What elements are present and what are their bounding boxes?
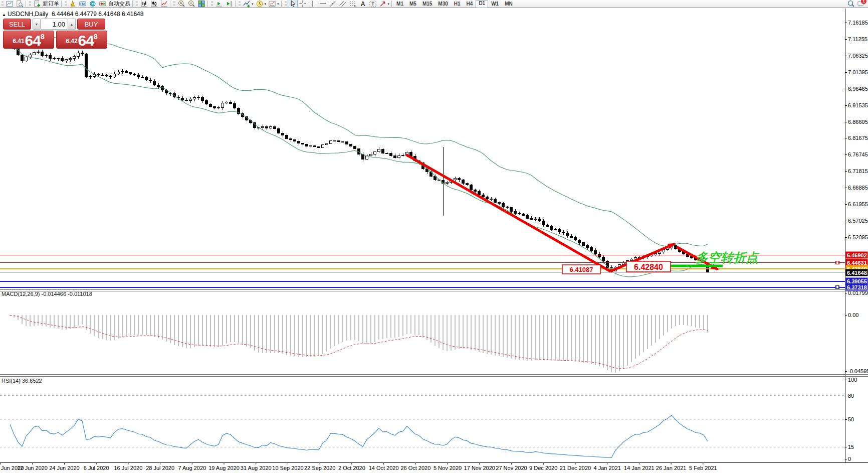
toolbar-separator bbox=[235, 1, 236, 7]
templates-button[interactable]: ▾ bbox=[267, 0, 280, 8]
date-tick-label: 26 Oct 2020 bbox=[400, 465, 430, 471]
fibo-button[interactable]: F bbox=[348, 0, 358, 8]
candles-layer bbox=[9, 44, 709, 272]
tile-windows-button[interactable] bbox=[196, 0, 206, 8]
chart-title: ▲USDCNH,Daily 6.44464 6.44779 6.41648 6.… bbox=[2, 11, 143, 18]
hline-button[interactable] bbox=[318, 0, 328, 8]
svg-text:100: 100 bbox=[848, 377, 857, 383]
crosshair-button[interactable] bbox=[298, 0, 308, 8]
sell-button[interactable]: SELL bbox=[3, 19, 31, 30]
price-chart-canvas[interactable]: 6.469026.446316.428406.416486.390556.373… bbox=[0, 9, 868, 473]
chart-symbol-period: USDCNH,Daily bbox=[8, 11, 48, 18]
date-tick-label: 22 Sep 2020 bbox=[304, 465, 335, 471]
new-order-label: 新订单 bbox=[43, 0, 59, 8]
chevron-down-icon[interactable]: ▾ bbox=[252, 2, 254, 6]
line-chart-icon bbox=[160, 0, 168, 8]
chevron-down-icon[interactable]: ▾ bbox=[265, 2, 267, 6]
toolbar-grip bbox=[239, 1, 241, 7]
notifications-button[interactable]: 1 bbox=[856, 0, 866, 8]
date-tick-label: 9 Dec 2020 bbox=[529, 465, 557, 471]
chart-profile-button[interactable] bbox=[78, 0, 88, 8]
channel-button[interactable] bbox=[338, 0, 348, 8]
svg-text:80: 80 bbox=[848, 393, 854, 399]
chevron-down-icon[interactable]: ▾ bbox=[388, 2, 390, 6]
date-tick-label: 24 Jun 2020 bbox=[49, 465, 80, 471]
cursor-button[interactable] bbox=[288, 0, 298, 8]
toolbar-separator bbox=[207, 1, 208, 7]
sell-price-display[interactable]: 6.41 64 8 bbox=[3, 31, 54, 49]
rsi-indicator-label: RSI(14) 36.6522 bbox=[2, 378, 42, 384]
autotrading-label: 自动交易 bbox=[108, 0, 130, 8]
chevron-down-icon[interactable]: ▾ bbox=[277, 2, 279, 6]
buy-button[interactable]: BUY bbox=[77, 19, 105, 30]
zoom-in-button[interactable] bbox=[176, 0, 186, 8]
main-toolbar: 新订单自动交易▾▾▾FAT▾M1M5M15M30H1H4D1W1MN1 bbox=[0, 0, 868, 8]
date-tick-label: 14 Jan 2021 bbox=[624, 465, 655, 471]
styler-button[interactable] bbox=[68, 0, 78, 8]
timeframe-w1-button[interactable]: W1 bbox=[488, 1, 502, 8]
fibo-icon: F bbox=[349, 0, 357, 8]
data-window-icon bbox=[16, 0, 24, 8]
trend-note-text[interactable]: 多空转折点 bbox=[696, 250, 760, 264]
timeframe-h4-button[interactable]: H4 bbox=[464, 1, 476, 8]
volume-increase-button[interactable]: ▲ bbox=[68, 19, 76, 30]
rsi-axis: 1008050150 bbox=[845, 377, 857, 462]
date-tick-label: 14 Oct 2020 bbox=[369, 465, 399, 471]
sell-price-point: 8 bbox=[41, 33, 45, 41]
chart-window: 6.469026.446316.428406.416486.390556.373… bbox=[0, 9, 868, 473]
timeframe-m30-button[interactable]: M30 bbox=[435, 1, 451, 8]
notification-count-badge: 1 bbox=[861, 0, 866, 4]
trend-arrow-line[interactable] bbox=[406, 154, 610, 271]
bollinger-bands bbox=[10, 36, 708, 277]
add-indicator-button[interactable]: ▾ bbox=[242, 0, 255, 8]
date-tick-label: 2 Oct 2020 bbox=[338, 465, 365, 471]
date-axis[interactable]: Jun 202012 Jun 202024 Jun 20206 Jul 2020… bbox=[1, 462, 717, 471]
vline-button[interactable] bbox=[308, 0, 318, 8]
svg-text:0: 0 bbox=[848, 456, 851, 462]
toolbar-right-icons: 1 bbox=[846, 0, 868, 8]
zoom-out-button[interactable] bbox=[186, 0, 196, 8]
trend-arrows[interactable] bbox=[406, 154, 719, 271]
new-order-button[interactable]: 新订单 bbox=[32, 0, 60, 8]
templates-icon bbox=[268, 0, 276, 8]
chart-shift-button[interactable] bbox=[224, 0, 234, 8]
data-window-button[interactable] bbox=[15, 0, 25, 8]
signals-button[interactable] bbox=[88, 0, 98, 8]
new-order-icon bbox=[33, 0, 41, 8]
bars-button[interactable] bbox=[139, 0, 149, 8]
date-tick-label: 31 Aug 2020 bbox=[241, 465, 272, 471]
rsi-line bbox=[10, 415, 708, 458]
candles-button[interactable] bbox=[149, 0, 159, 8]
line-handle[interactable] bbox=[836, 286, 839, 289]
symbol-marker-icon: ▲ bbox=[2, 13, 6, 17]
line-chart-button[interactable] bbox=[159, 0, 169, 8]
timeframe-h1-button[interactable]: H1 bbox=[451, 1, 464, 8]
volume-decrease-button[interactable]: ▼ bbox=[33, 19, 41, 30]
notifications-icon: 1 bbox=[857, 0, 865, 8]
timeframe-mn-button[interactable]: MN bbox=[502, 1, 516, 8]
line-handle[interactable] bbox=[836, 261, 839, 264]
timeframe-m5-button[interactable]: M5 bbox=[406, 1, 419, 8]
chart-window-button[interactable] bbox=[5, 0, 15, 8]
auto-scroll-button[interactable] bbox=[214, 0, 224, 8]
macd-axis: 0.0179980.00-0.045957 bbox=[845, 290, 868, 374]
trendline-button[interactable] bbox=[328, 0, 338, 8]
svg-text:6.91535: 6.91535 bbox=[848, 102, 868, 108]
date-tick-label: 12 Jun 2020 bbox=[17, 465, 48, 471]
one-click-trading-panel: SELL ▼ 1.00 ▲ BUY 6.41 64 8 6.42 64 8 bbox=[3, 19, 107, 49]
sell-price-pips: 64 bbox=[25, 34, 41, 47]
search-button[interactable] bbox=[846, 0, 856, 8]
timeframe-m15-button[interactable]: M15 bbox=[419, 1, 435, 8]
autotrading-button[interactable]: 自动交易 bbox=[98, 0, 131, 8]
text-button[interactable]: A bbox=[358, 0, 368, 8]
arrows-button[interactable]: ▾ bbox=[378, 0, 391, 8]
chart-window-icon bbox=[6, 0, 14, 8]
timeframe-d1-button[interactable]: D1 bbox=[476, 0, 488, 8]
timeframe-m1-button[interactable]: M1 bbox=[393, 1, 406, 8]
text-label-button[interactable]: T bbox=[368, 0, 378, 8]
volume-input[interactable]: 1.00 bbox=[41, 19, 68, 30]
periods-button[interactable]: ▾ bbox=[255, 0, 268, 8]
buy-price-display[interactable]: 6.42 64 8 bbox=[56, 31, 107, 49]
toolbar-separator bbox=[391, 1, 392, 7]
price-axis-badges: 6.469026.446316.428406.416486.390556.373… bbox=[846, 252, 868, 291]
